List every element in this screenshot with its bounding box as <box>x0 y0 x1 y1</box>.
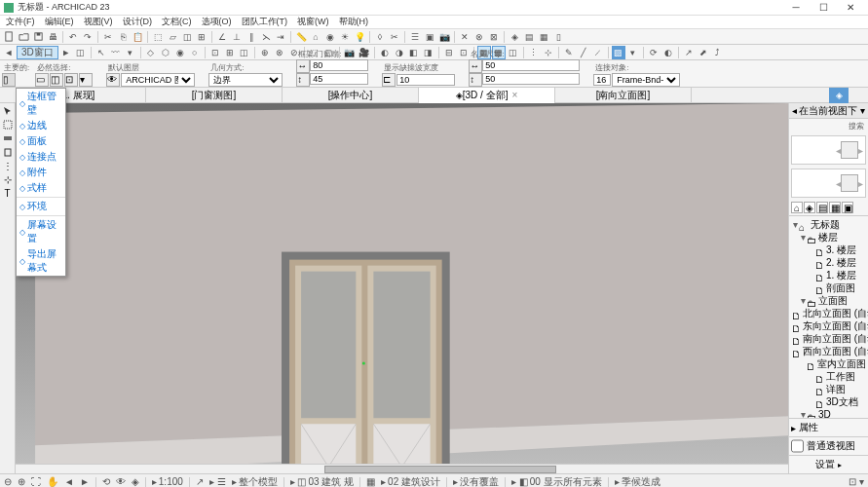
menu-help[interactable]: 帮助(H) <box>335 16 373 28</box>
paste-icon[interactable]: 📋 <box>131 30 144 44</box>
nav-btn-4[interactable]: ▦ <box>829 202 841 213</box>
sb-fit[interactable]: ⛶ <box>31 476 41 487</box>
back-icon[interactable]: ◄ <box>2 46 16 59</box>
tab-ops[interactable]: [操作中心] <box>283 88 419 103</box>
arrow-icon[interactable]: ↖ <box>94 46 108 59</box>
preview-slot-2[interactable]: ◂▸ <box>791 169 866 198</box>
sb-walk[interactable]: 👁 <box>116 476 126 487</box>
marquee-tool[interactable] <box>2 119 14 131</box>
reveal-icon[interactable]: ⊏ <box>382 73 396 87</box>
tool-b-icon[interactable]: ◫ <box>180 30 194 44</box>
sb-arch[interactable]: ▸ ◫ 03 建筑 规 <box>290 475 354 488</box>
tree-node-14[interactable]: 🗋3D文档 <box>789 395 868 408</box>
tree-node-10[interactable]: 🗋西向立面图 (自动重 <box>789 345 868 357</box>
cut-icon[interactable]: ✂ <box>101 30 115 44</box>
redo-icon[interactable]: ↷ <box>81 30 94 44</box>
x2-icon[interactable]: ⊗ <box>472 30 486 44</box>
popup-item-3[interactable]: ◇ 连接点 <box>17 149 65 165</box>
window-icon[interactable]: ◫ <box>74 46 88 59</box>
nav-btn-3[interactable]: ▤ <box>816 202 828 213</box>
frame-h-input[interactable] <box>310 73 368 85</box>
nav-btn-1[interactable]: ⌂ <box>791 202 803 213</box>
popup-item-5[interactable]: ◇ 式样 <box>17 180 65 196</box>
print-icon[interactable]: 🖶 <box>46 30 59 44</box>
menu-view[interactable]: 视图(V) <box>80 16 117 28</box>
menu-teamwork[interactable]: 团队工作(T) <box>238 16 292 28</box>
sb-end[interactable]: ⊡ ▾ <box>849 476 864 487</box>
sb-show[interactable]: ▸ ◧ 00 显示所有元素 <box>511 475 602 488</box>
popup-item-7[interactable]: ◇ 屏幕设置 <box>17 217 65 246</box>
popup-item-6[interactable]: ◇ 环境 <box>17 199 65 214</box>
view3d-icon[interactable]: ◊ <box>373 30 387 44</box>
info-sel-ico4[interactable]: ▾ <box>79 73 93 87</box>
curve-icon[interactable]: 〰 <box>109 46 123 59</box>
sb-zoomout[interactable]: ⊖ <box>4 476 12 487</box>
perp-icon[interactable]: ⊥ <box>230 30 244 44</box>
tree-node-1[interactable]: ▾🗀楼层 <box>789 231 868 244</box>
ico24[interactable]: ▾ <box>626 46 640 59</box>
tree-node-7[interactable]: 🗋北向立面图 (自动重 <box>789 307 868 319</box>
cube2-icon[interactable]: ◈ <box>508 30 521 44</box>
home-icon[interactable]: ⌂ <box>309 30 322 44</box>
3d-viewport[interactable] <box>16 103 788 473</box>
minimize-button[interactable]: ─ <box>782 2 810 13</box>
frame-w-input[interactable] <box>310 59 368 71</box>
arrow-tool[interactable] <box>2 105 14 117</box>
eye-icon[interactable]: 👁 <box>106 73 120 87</box>
sb-prev[interactable]: ◄ <box>64 476 74 487</box>
menu-document[interactable]: 文档(C) <box>158 16 196 28</box>
ico7[interactable]: ◫ <box>238 46 251 59</box>
doc-icon[interactable]: ▤ <box>522 30 536 44</box>
tree-node-8[interactable]: 🗋东向立面图 (自动重 <box>789 319 868 332</box>
popup-item-0[interactable]: ◇ 连框管壁 <box>17 89 65 118</box>
frame-w-icon[interactable]: ↔ <box>296 59 310 73</box>
text-tool[interactable]: T <box>2 187 14 199</box>
line2-icon[interactable]: ⟋ <box>591 46 605 59</box>
section-icon[interactable]: ✂ <box>388 30 401 44</box>
sb-design[interactable]: ▸ 02 建筑设计 <box>381 475 440 488</box>
tree-node-12[interactable]: 🗋工作图 <box>789 370 868 383</box>
info-sel-ico2[interactable]: ◫ <box>50 73 63 87</box>
sb-model[interactable]: ▸ 整个模型 <box>232 475 278 488</box>
size-h-input[interactable] <box>482 73 580 85</box>
size-w-input[interactable] <box>482 59 580 71</box>
tree-node-4[interactable]: 🗋1. 楼层 <box>789 269 868 281</box>
undo-icon[interactable]: ↶ <box>66 30 80 44</box>
reveal-input[interactable] <box>396 74 455 86</box>
sb-grid[interactable]: ▦ <box>366 476 375 487</box>
grid-icon[interactable]: ▦ <box>537 30 550 44</box>
tool-a-icon[interactable]: ▱ <box>166 30 179 44</box>
section-props[interactable]: ▸属性 <box>789 418 868 436</box>
section-settings[interactable]: 设置 ▸ <box>789 455 868 473</box>
sb-pan[interactable]: ✋ <box>47 476 58 487</box>
menu-design[interactable]: 设计(D) <box>119 16 157 28</box>
ico3[interactable]: ◉ <box>173 46 187 59</box>
view-check[interactable] <box>791 439 804 453</box>
save-icon[interactable] <box>31 30 45 44</box>
sb-next[interactable]: ► <box>80 476 90 487</box>
info-sel-ico1[interactable]: ▭ <box>35 73 49 87</box>
ico2[interactable]: ⬡ <box>159 46 172 59</box>
ico16[interactable]: ◨ <box>422 46 435 59</box>
sb-scale[interactable]: ▸ 1:100 <box>152 476 183 487</box>
ico26[interactable]: ◐ <box>661 46 675 59</box>
nav-btn-2[interactable]: ◈ <box>804 202 815 213</box>
ico17[interactable]: ⊟ <box>442 46 456 59</box>
sb-orbit[interactable]: ⟲ <box>102 476 110 487</box>
nav-btn-5[interactable]: ▣ <box>842 202 853 213</box>
viewport-scroll-h[interactable] <box>16 464 788 473</box>
layer-select[interactable]: ARCHICAD 图层 <box>121 73 195 87</box>
tab-door[interactable]: [门窗测图] <box>146 88 283 103</box>
new-icon[interactable] <box>2 30 16 44</box>
frame-h-icon[interactable]: ↕ <box>296 73 310 87</box>
menu-options[interactable]: 选项(O) <box>198 16 236 28</box>
globe-icon[interactable]: ◉ <box>323 30 337 44</box>
tree-node-5[interactable]: 🗋剖面图 <box>789 281 868 294</box>
section-view[interactable]: 普通透视图 <box>789 436 868 455</box>
snap-tool[interactable]: ⊹ <box>2 173 14 185</box>
link-n-input[interactable] <box>593 74 611 86</box>
tree-node-0[interactable]: ▾⌂无标题 <box>789 218 868 231</box>
sb-reno[interactable]: ▸ 季候迭成 <box>615 475 660 488</box>
preview-slot-1[interactable]: ◂▸ <box>791 135 866 165</box>
popup-item-1[interactable]: ◇ 边线 <box>17 118 65 133</box>
